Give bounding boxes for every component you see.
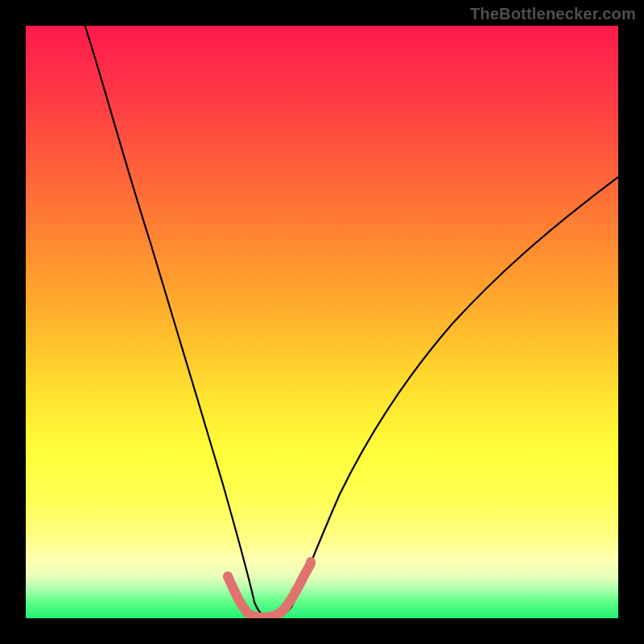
chart-frame: TheBottlenecker.com — [0, 0, 644, 644]
bottleneck-curve — [85, 26, 618, 617]
curve-layer — [26, 26, 618, 618]
pink-bead-icon — [223, 572, 233, 581]
pink-bead-icon — [230, 588, 240, 597]
watermark-text: TheBottlenecker.com — [470, 5, 636, 23]
pink-bead-icon — [299, 570, 309, 580]
pink-bead-icon — [291, 586, 300, 596]
pink-bead-icon — [306, 557, 316, 567]
plot-area — [26, 26, 618, 618]
